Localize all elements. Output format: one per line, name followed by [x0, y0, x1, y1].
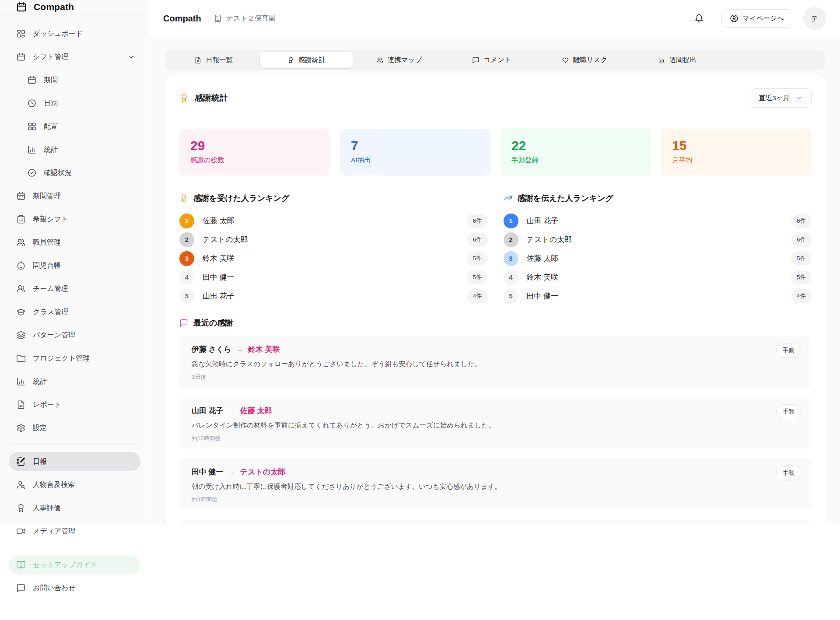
- received-ranking: 感謝を受けた人ランキング 1佐藤 太郎6件2テストの太郎6件3鈴木 美咲5件4田…: [179, 193, 488, 305]
- rank-count-badge: 6件: [467, 233, 487, 247]
- building-icon: [214, 14, 222, 23]
- chart-icon: [16, 377, 26, 386]
- tab-collaboration-map[interactable]: 連携マップ: [353, 52, 445, 68]
- sidebar-item-label: お問い合わせ: [33, 584, 76, 593]
- heart-icon: [562, 56, 569, 64]
- rank-count-badge: 5件: [467, 270, 487, 284]
- tab-label: 離職リスク: [573, 56, 608, 65]
- gratitude-card: 田中 健一→テストの太郎朝の受け入れ時に丁寧に保護者対応してくださりありがとうご…: [179, 459, 812, 510]
- given-rank-row: 3佐藤 太郎5件: [504, 249, 812, 268]
- sidebar-item-person-mention-search[interactable]: 人物言及検索: [9, 475, 140, 494]
- sidebar-item-label: レポート: [33, 400, 61, 410]
- sidebar-item-label: 確認状況: [44, 168, 72, 178]
- sidebar-item-hr-evaluation[interactable]: 人事評価: [9, 498, 140, 518]
- sidebar-item-label: 日報: [33, 457, 47, 466]
- tab-label: 日報一覧: [206, 56, 233, 65]
- sidebar-item-project-management[interactable]: プロジェクト管理: [9, 349, 140, 368]
- grid-icon: [27, 122, 37, 131]
- sidebar-item-shift-management[interactable]: シフト管理: [9, 47, 140, 67]
- sidebar-item-label: 統計: [44, 145, 58, 154]
- dashboard-icon: [16, 29, 26, 39]
- sidebar-item-class-management[interactable]: クラス管理: [9, 302, 140, 322]
- gratitude-timestamp: 1日後: [192, 373, 799, 381]
- gratitude-names: 田中 健一→テストの太郎: [192, 467, 799, 477]
- mypage-button[interactable]: マイページへ: [721, 9, 792, 28]
- tab-gratitude-stats[interactable]: 感謝統計: [260, 52, 353, 68]
- received-ranking-header: 感謝を受けた人ランキング: [179, 193, 488, 203]
- gratitude-sender: 伊藤 さくら: [192, 344, 231, 354]
- sidebar-item-team-management[interactable]: チーム管理: [9, 279, 140, 298]
- sidebar-item-contact[interactable]: お問い合わせ: [9, 578, 140, 598]
- given-ranking-rows: 1山田 花子6件2テストの太郎6件3佐藤 太郎5件4鈴木 美咲5件5田中 健一4…: [504, 211, 812, 305]
- sidebar-item-dashboard[interactable]: ダッシュボード: [9, 24, 140, 43]
- user-circle-icon: [730, 14, 738, 23]
- sidebar-item-label: ダッシュボード: [33, 29, 83, 39]
- gratitude-card-partial: [179, 520, 812, 524]
- sidebar-item-daily-report[interactable]: 日報: [9, 452, 140, 471]
- sidebar-item-media-management[interactable]: メディア管理: [9, 522, 140, 541]
- sidebar-item-statistics[interactable]: 統計: [9, 372, 140, 391]
- sidebar-item-child-register[interactable]: 園児台帳: [9, 256, 140, 275]
- stat-card-ai-extracted: 7AI抽出: [340, 129, 490, 175]
- sidebar-item-period[interactable]: 期間: [9, 70, 140, 90]
- rank-name: 佐藤 太郎: [527, 253, 559, 263]
- received-rank-row: 4田中 健一5件: [179, 268, 488, 287]
- sidebar-divider: [10, 445, 140, 445]
- video-icon: [16, 526, 26, 536]
- baby-icon: [16, 261, 26, 270]
- notifications-button[interactable]: [694, 14, 704, 23]
- gratitude-card: 伊藤 さくら→鈴木 美咲急な欠勤時にクラスのフォローありがとうございました。ぞう…: [179, 336, 812, 388]
- stat-card-total: 29感謝の総数: [179, 129, 330, 175]
- period-filter-dropdown[interactable]: 直近3ヶ月: [750, 88, 812, 108]
- sidebar-item-daily[interactable]: 日別: [9, 94, 140, 113]
- sidebar-item-assignment[interactable]: 配置: [9, 117, 140, 136]
- gratitude-stats-panel: 感謝統計 直近3ヶ月 29感謝の総数7AI抽出22手動登録15月平均 感謝を受け…: [164, 75, 826, 524]
- rank-badge: 1: [504, 214, 518, 228]
- arrow-right-icon: →: [228, 468, 235, 476]
- sidebar-item-label: 期間: [44, 76, 58, 85]
- gratitude-timestamp: 約10時間後: [192, 434, 799, 442]
- sidebar-item-label: チーム管理: [33, 284, 68, 294]
- tab-weekly-submission[interactable]: 週間提出: [631, 52, 724, 68]
- stat-card-monthly-average: 15月平均: [661, 129, 812, 175]
- sidebar-item-label: メディア管理: [33, 527, 76, 536]
- sidebar-item-label: シフト管理: [33, 53, 68, 62]
- rank-name: 佐藤 太郎: [203, 216, 234, 226]
- chevron-down-icon: [127, 53, 135, 61]
- received-rank-row: 1佐藤 太郎6件: [179, 211, 488, 230]
- gratitude-sender: 田中 健一: [192, 467, 224, 477]
- notebook-pen-icon: [16, 457, 26, 466]
- app-logo: Compath: [0, 0, 149, 14]
- tab-comments[interactable]: コメント: [445, 52, 538, 68]
- mypage-label: マイページへ: [742, 14, 784, 23]
- sidebar-item-label: 設定: [33, 424, 47, 433]
- sidebar-item-report[interactable]: レポート: [9, 395, 140, 414]
- tab-label: 週間提出: [669, 56, 696, 65]
- stat-card-manual-registered: 22手動登録: [500, 129, 651, 175]
- given-rank-row: 4鈴木 美咲5件: [504, 268, 812, 287]
- sidebar-item-staff-management[interactable]: 職員管理: [9, 233, 140, 252]
- rankings: 感謝を受けた人ランキング 1佐藤 太郎6件2テストの太郎6件3鈴木 美咲5件4田…: [179, 193, 812, 305]
- given-rank-row: 2テストの太郎6件: [504, 230, 812, 249]
- trending-up-icon: [504, 194, 512, 203]
- recent-gratitude-title: 最近の感謝: [193, 318, 233, 328]
- avatar[interactable]: テ: [803, 7, 826, 30]
- sidebar-item-confirmation-status[interactable]: 確認状況: [9, 163, 140, 182]
- sidebar-item-setup-guide[interactable]: セットアップガイド: [9, 555, 140, 574]
- recent-gratitude-list: 伊藤 さくら→鈴木 美咲急な欠勤時にクラスのフォローありがとうございました。ぞう…: [179, 336, 812, 524]
- given-rank-row: 1山田 花子6件: [504, 211, 812, 230]
- rank-name: テストの太郎: [203, 235, 248, 245]
- stat-label: AI抽出: [351, 156, 480, 165]
- tab-bar: 日報一覧感謝統計連携マップコメント離職リスク週間提出: [165, 50, 825, 70]
- file-text-icon: [16, 400, 26, 410]
- sidebar-item-pattern-management[interactable]: パターン管理: [9, 326, 140, 345]
- clipboard-icon: [16, 214, 26, 224]
- tab-turnover-risk[interactable]: 離職リスク: [538, 52, 631, 68]
- received-rank-row: 5山田 花子4件: [179, 287, 488, 305]
- sidebar-item-shift-request[interactable]: 希望シフト: [9, 210, 140, 229]
- sidebar-item-period-management[interactable]: 期間管理: [9, 186, 140, 206]
- sidebar-item-settings[interactable]: 設定: [9, 418, 140, 438]
- tab-daily-report-list[interactable]: 日報一覧: [167, 52, 260, 68]
- sidebar-item-shift-statistics[interactable]: 統計: [9, 140, 140, 159]
- graduation-cap-icon: [16, 307, 26, 317]
